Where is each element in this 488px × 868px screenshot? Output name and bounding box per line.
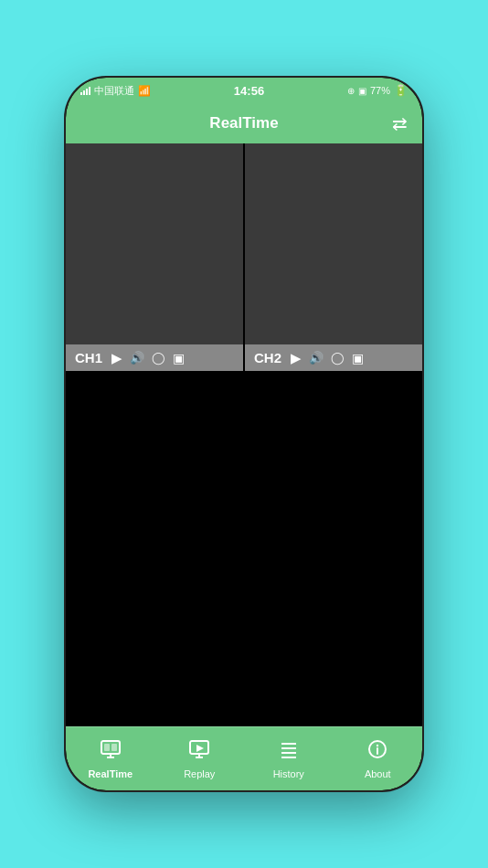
ch2-audio-icon[interactable]: 🔊 [309,352,324,364]
ch2-play-icon[interactable]: ▶ [291,351,302,365]
tab-replay[interactable]: Replay [155,739,245,779]
tab-realtime[interactable]: RealTime [66,739,155,779]
ch2-bar: CH2 ▶ 🔊 ◯ ▣ [245,344,422,371]
svg-rect-4 [111,744,117,751]
tab-realtime-label: RealTime [88,768,133,779]
ch2-fullscreen-icon[interactable]: ▣ [352,352,364,365]
signal-icon [80,86,90,95]
ch1-bar: CH1 ▶ 🔊 ◯ ▣ [66,344,243,371]
tab-replay-icon [188,739,210,765]
ch1-icons: ▶ 🔊 ◯ ▣ [111,351,185,365]
black-area [66,371,422,726]
status-time: 14:56 [234,84,264,98]
ch1-fullscreen-icon[interactable]: ▣ [173,352,185,365]
ch1-audio-icon[interactable]: 🔊 [130,352,144,364]
battery-label: 77% [370,85,390,96]
ch2-icons: ▶ 🔊 ◯ ▣ [291,351,364,365]
video-grid: CH1 ▶ 🔊 ◯ ▣ CH2 [66,143,422,371]
nav-bar: RealTime ⇄ [66,103,422,143]
svg-point-15 [377,744,378,746]
channel-2: CH2 ▶ 🔊 ◯ ▣ [245,143,422,371]
ch1-camera-icon[interactable]: ◯ [152,352,165,364]
channel-1: CH1 ▶ 🔊 ◯ ▣ [66,143,243,371]
svg-rect-3 [104,744,110,751]
tab-about-icon [367,739,387,765]
tab-history-icon [279,739,299,765]
tab-bar: RealTime Replay [66,726,422,790]
status-right: ⊕ ▣ 77% 🔋 [347,84,408,97]
tab-about[interactable]: About [334,739,423,779]
carrier-label: 中国联通 [94,84,134,98]
ch1-preview [66,143,243,344]
nav-title: RealTime [209,114,278,132]
tab-replay-label: Replay [184,768,215,779]
swap-icon[interactable]: ⇄ [392,112,408,134]
ch2-camera-icon[interactable]: ◯ [331,352,345,364]
phone-frame: 中国联通 📶 14:56 ⊕ ▣ 77% 🔋 RealTime ⇄ [66,78,422,790]
svg-marker-6 [196,745,204,752]
ch1-label: CH1 [75,350,102,365]
ch2-preview [245,143,422,344]
tab-realtime-icon [100,739,122,765]
location-icon: ⊕ [347,86,355,96]
wifi-icon: 📶 [138,85,151,97]
ch2-label: CH2 [254,350,281,365]
content-area: CH1 ▶ 🔊 ◯ ▣ CH2 [66,143,422,726]
tab-history[interactable]: History [244,739,334,779]
battery-icon: 🔋 [394,84,408,97]
status-left: 中国联通 📶 [80,84,151,98]
status-bar: 中国联通 📶 14:56 ⊕ ▣ 77% 🔋 [66,78,422,103]
ch1-play-icon[interactable]: ▶ [111,351,122,365]
tab-history-label: History [273,768,304,779]
screen-icon: ▣ [358,86,366,96]
tab-about-label: About [365,768,391,779]
